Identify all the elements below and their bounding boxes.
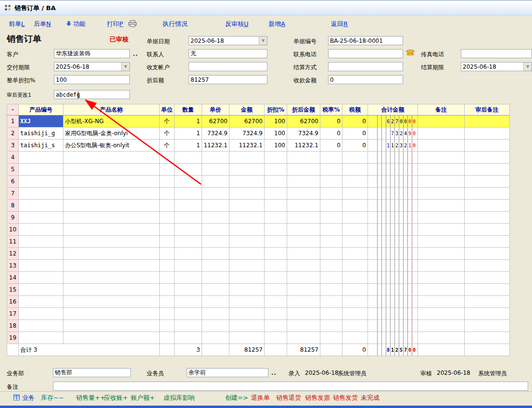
cell-tax[interactable] [342,260,368,272]
cell-tax-rate[interactable] [320,236,342,248]
cell-qty[interactable] [175,332,202,344]
cell-product-name[interactable]: 办公S型电脑-银奥-onlyit [63,140,160,152]
order-date-field[interactable]: ▼ [189,36,267,45]
cell-discount[interactable]: 100 [265,140,287,152]
cell-product-code[interactable] [19,200,63,212]
salesman-browse-button[interactable]: .. [271,370,277,376]
cell-tax[interactable]: 0 [342,115,368,128]
cell-product-code[interactable] [19,176,63,188]
row-number[interactable]: 17 [7,308,19,320]
total-discounted-amount[interactable]: 81257 [287,344,320,356]
cell-unit[interactable] [160,164,175,176]
cell-qty[interactable] [175,200,202,212]
toolbar-item-5[interactable]: 执行情况 [163,20,188,28]
toolbar-item-7[interactable]: 新增A [268,20,285,28]
cell-amount[interactable] [229,308,265,320]
column-header-7[interactable]: 金额 [229,104,265,115]
column-header-14[interactable]: 审后备注 [465,104,510,115]
cell-product-name[interactable] [63,272,160,284]
chevron-down-icon[interactable]: ▼ [259,37,267,45]
cell-total-amount[interactable] [368,236,418,248]
remark-input[interactable] [53,382,528,391]
row-number[interactable]: 12 [7,248,19,260]
cell-tax-rate[interactable] [320,296,342,308]
cell-product-code[interactable] [19,284,63,296]
cell-total-amount[interactable] [368,248,418,260]
cell-total-amount[interactable]: 6270000 [368,115,418,128]
cell-post-remark[interactable] [465,140,510,152]
cell-tax-rate[interactable] [320,344,342,356]
bottom-toolbar-item-7[interactable]: 创建=> [225,394,248,402]
column-header-12[interactable]: 合计金额 [368,104,418,115]
column-header-9[interactable]: 折后金额 [287,104,320,115]
cell-post-remark[interactable] [465,248,510,260]
cell-tax-rate[interactable]: 0 [320,140,342,152]
cell-post-remark[interactable] [465,236,510,248]
cell-unit[interactable] [160,332,175,344]
cell-remark[interactable] [418,212,465,224]
cell-qty[interactable] [175,152,202,164]
cell-price[interactable] [202,248,229,260]
cell-discounted-amount[interactable] [287,272,320,284]
cell-discounted-amount[interactable]: 11232.1 [287,140,320,152]
cell-amount[interactable] [229,284,265,296]
cell-total-amount[interactable] [368,152,418,164]
column-header-1[interactable]: - [7,104,19,115]
cell-amount[interactable]: 62700 [229,115,265,128]
cell-post-remark[interactable] [465,200,510,212]
cell-price[interactable] [202,284,229,296]
total-label[interactable]: 合计 3 [19,344,160,356]
post-audit-edit-input[interactable] [54,90,130,99]
settle-date-input[interactable] [461,63,523,71]
column-header-4[interactable]: 单位 [160,104,175,115]
cell-discounted-amount[interactable] [287,284,320,296]
cell-remark[interactable] [418,344,465,356]
cell-product-code[interactable]: taishiji_g [19,128,63,140]
toolbar-item-3[interactable]: 功能 [66,20,86,28]
cell-product-code[interactable] [19,236,63,248]
cell-amount[interactable] [229,236,265,248]
cell-product-name[interactable] [63,188,160,200]
cell-discounted-amount[interactable] [287,296,320,308]
cell-qty[interactable] [175,212,202,224]
cell-product-name[interactable] [63,296,160,308]
cell-discount[interactable] [265,164,287,176]
cell-product-code[interactable]: XXJ [19,115,63,128]
cell-product-code[interactable] [19,164,63,176]
cell-tax[interactable] [342,248,368,260]
cell-product-name[interactable] [63,248,160,260]
row-number[interactable]: 16 [7,296,19,308]
cell-qty[interactable]: 1 [175,140,202,152]
cell-price[interactable] [202,164,229,176]
cell-tax-rate[interactable] [320,272,342,284]
bottom-toolbar-item-10[interactable]: 销售发票 [305,394,330,402]
row-number[interactable]: 3 [7,140,19,152]
cell-discounted-amount[interactable] [287,176,320,188]
row-number[interactable]: 7 [7,188,19,200]
delivery-date-field[interactable]: ▼ [54,62,130,71]
cell-product-code[interactable] [19,272,63,284]
cell-discount[interactable] [265,200,287,212]
cell-total-amount[interactable] [368,284,418,296]
row-number[interactable]: 2 [7,128,19,140]
cell-post-remark[interactable] [465,176,510,188]
cell-product-code[interactable] [19,188,63,200]
cell-discounted-amount[interactable] [287,320,320,332]
cell-product-code[interactable] [19,308,63,320]
cell-price[interactable]: 62700 [202,115,229,128]
cell-qty[interactable] [175,164,202,176]
cell-post-remark[interactable] [465,332,510,344]
row-number[interactable]: 8 [7,200,19,212]
cell-product-code[interactable] [19,248,63,260]
cell-total-amount[interactable] [368,272,418,284]
row-number[interactable]: 19 [7,332,19,344]
cell-unit[interactable] [160,152,175,164]
cell-post-remark[interactable] [465,188,510,200]
cell-discounted-amount[interactable] [287,164,320,176]
cell-qty[interactable]: 1 [175,115,202,128]
column-header-3[interactable]: 产品名称 [63,104,160,115]
cell-total-amount[interactable]: 1123210 [368,140,418,152]
cell-discounted-amount[interactable] [287,236,320,248]
cell-price[interactable] [202,272,229,284]
delivery-date-input[interactable] [54,63,121,71]
